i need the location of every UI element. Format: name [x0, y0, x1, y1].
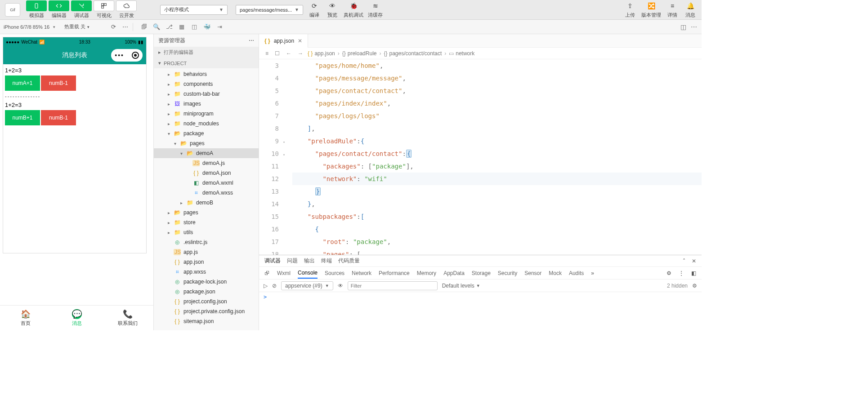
breadcrumb-item[interactable]: ▭network — [449, 50, 474, 57]
compile-button[interactable]: ⟳ — [308, 1, 321, 11]
clear-cache-button[interactable]: ≋ — [369, 1, 382, 11]
hot-reload-toggle[interactable]: 热重载 关▾ — [64, 23, 89, 30]
devtools-tab-audits[interactable]: Audits — [569, 268, 584, 278]
tab-visual[interactable]: 可视化 — [93, 12, 115, 19]
devtools-tab-mock[interactable]: Mock — [549, 268, 562, 278]
tab-message[interactable]: 💬消息 — [51, 306, 103, 330]
chevron-down-icon[interactable]: ▾ — [53, 25, 55, 29]
cloud-dev-button[interactable] — [116, 0, 137, 11]
play-icon[interactable]: ▷ — [264, 283, 268, 289]
devtab-quality[interactable]: 代码质量 — [338, 257, 360, 265]
tab-contact[interactable]: 📞联系我们 — [102, 306, 153, 330]
tree-node[interactable]: ▾📂demoA — [154, 148, 259, 158]
tree-node[interactable]: { }project.config.json — [154, 297, 259, 306]
num-a-plus-button[interactable]: numA+1 — [5, 75, 40, 91]
tree-node[interactable]: ▸📁custom-tab-bar — [154, 89, 259, 99]
debug-mode-button[interactable] — [71, 0, 92, 11]
real-debug-button[interactable]: 🐞 — [347, 1, 360, 11]
filter-input[interactable] — [348, 281, 438, 290]
devtab-problems[interactable]: 问题 — [287, 257, 298, 265]
tree-node[interactable]: ▸📂pages — [154, 208, 259, 217]
devtab-output[interactable]: 输出 — [304, 257, 315, 265]
chevron-up-icon[interactable]: ˄ — [683, 258, 685, 264]
devtab-terminal[interactable]: 终端 — [321, 257, 332, 265]
bookmark-icon[interactable]: ☐ — [273, 50, 282, 57]
tree-node[interactable]: JSapp.js — [154, 247, 259, 257]
tab-cloud[interactable]: 云开发 — [115, 12, 138, 19]
docker-icon[interactable]: 🐳 — [202, 23, 211, 30]
gear-icon[interactable]: ⚙ — [692, 283, 697, 289]
num-b-minus-button-2[interactable]: numB-1 — [41, 110, 76, 125]
tree-node[interactable]: ▸🖼images — [154, 99, 259, 109]
upload-button[interactable]: ⇪ — [623, 1, 637, 11]
avatar[interactable]: Gif — [4, 1, 22, 19]
mode-select[interactable]: 小程序模式 ▼ — [160, 5, 228, 15]
hidden-count[interactable]: 2 hidden — [667, 283, 688, 289]
levels-select[interactable]: Default levels▼ — [442, 283, 480, 289]
inspect-icon[interactable]: ⮺ — [264, 270, 270, 276]
devtools-tab-console[interactable]: Console — [298, 268, 318, 279]
tree-node[interactable]: ▾📂package — [154, 129, 259, 138]
more-tabs-icon[interactable]: » — [591, 270, 594, 276]
more-icon[interactable]: ⋯ — [119, 23, 131, 30]
project-section[interactable]: ▾PROJECT — [154, 58, 259, 68]
devtools-tab-security[interactable]: Security — [498, 268, 517, 278]
search-icon[interactable]: 🔍 — [152, 23, 161, 30]
ellipsis-icon[interactable]: ⋯ — [691, 23, 697, 31]
tree-node[interactable]: ◎package.json — [154, 287, 259, 297]
breadcrumb-item[interactable]: { }app.json — [308, 50, 335, 57]
tree-node[interactable]: ◎package-lock.json — [154, 277, 259, 287]
devtools-tab-wxml[interactable]: Wxml — [277, 268, 291, 278]
breadcrumb-item[interactable]: {}preloadRule — [342, 50, 377, 57]
export-icon[interactable]: ⇥ — [215, 23, 224, 30]
num-b-minus-button[interactable]: numB-1 — [41, 75, 76, 91]
eye-icon[interactable]: 👁 — [338, 283, 343, 289]
devtools-tab-sources[interactable]: Sources — [325, 268, 345, 278]
devtab-debugger[interactable]: 调试器 — [264, 257, 281, 265]
code-area[interactable]: 3456789˅10˅1112131415161718 "pages/home/… — [259, 59, 702, 255]
close-icon[interactable]: ✕ — [298, 38, 302, 44]
tree-node[interactable]: { }demoA.json — [154, 168, 259, 178]
tree-node[interactable]: ▸📁store — [154, 217, 259, 227]
code-mode-button[interactable] — [49, 0, 69, 11]
devtools-tab-performance[interactable]: Performance — [379, 268, 410, 278]
tree-node[interactable]: { }app.json — [154, 257, 259, 267]
detail-button[interactable]: ≡ — [666, 1, 679, 11]
tab-simulator[interactable]: 模拟器 — [25, 12, 48, 19]
boxes-icon[interactable]: ▦ — [177, 23, 186, 30]
num-b-plus-button[interactable]: numB+1 — [5, 110, 40, 125]
explorer-more-icon[interactable]: ⋯ — [249, 37, 254, 44]
tree-node[interactable]: { }project.private.config.json — [154, 306, 259, 316]
opened-editors-section[interactable]: ▸打开的编辑器 — [154, 47, 259, 58]
tree-node[interactable]: ▸📁behaviors — [154, 69, 259, 79]
nav-back-icon[interactable]: ← — [284, 50, 293, 57]
dock-icon[interactable]: ◧ — [691, 270, 696, 276]
devtools-tab-storage[interactable]: Storage — [472, 268, 491, 278]
tree-node[interactable]: ⌗app.wxss — [154, 267, 259, 277]
preview-button[interactable]: 👁 — [326, 1, 339, 11]
console-output[interactable]: > — [259, 292, 702, 330]
visual-mode-button[interactable] — [94, 0, 114, 11]
device-label[interactable]: iPhone 6/7/8 85% 16 — [4, 24, 49, 30]
tree-node[interactable]: ▸📁components — [154, 79, 259, 89]
layout-icon[interactable]: ◫ — [680, 23, 686, 31]
branch-icon[interactable]: ⎇ — [165, 23, 174, 30]
devtools-tab-sensor[interactable]: Sensor — [524, 268, 541, 278]
clear-icon[interactable]: ⊘ — [272, 283, 277, 289]
tree-node[interactable]: ⌗demoA.wxss — [154, 188, 259, 198]
devtools-tab-appdata[interactable]: AppData — [443, 268, 465, 278]
message-button[interactable]: 🔔 — [684, 1, 697, 11]
devtools-tab-memory[interactable]: Memory — [417, 268, 436, 278]
nav-forward-icon[interactable]: → — [296, 50, 305, 57]
tree-node[interactable]: ▸📁demoB — [154, 198, 259, 208]
tree-node[interactable]: ◎.eslintrc.js — [154, 237, 259, 247]
tab-home[interactable]: 🏠首页 — [0, 306, 51, 330]
tree-node[interactable]: ▸📁node_modules — [154, 119, 259, 129]
breadcrumb-item[interactable]: {}pages/contact/contact — [384, 50, 442, 57]
file-tab[interactable]: { } app.json ✕ — [259, 34, 308, 48]
split-icon[interactable]: ◫ — [190, 23, 199, 30]
kebab-icon[interactable]: ⋮ — [679, 270, 684, 276]
devtools-tab-network[interactable]: Network — [352, 268, 371, 278]
tree-node[interactable]: ▸📁utils — [154, 227, 259, 237]
tab-editor[interactable]: 编辑器 — [48, 12, 70, 19]
